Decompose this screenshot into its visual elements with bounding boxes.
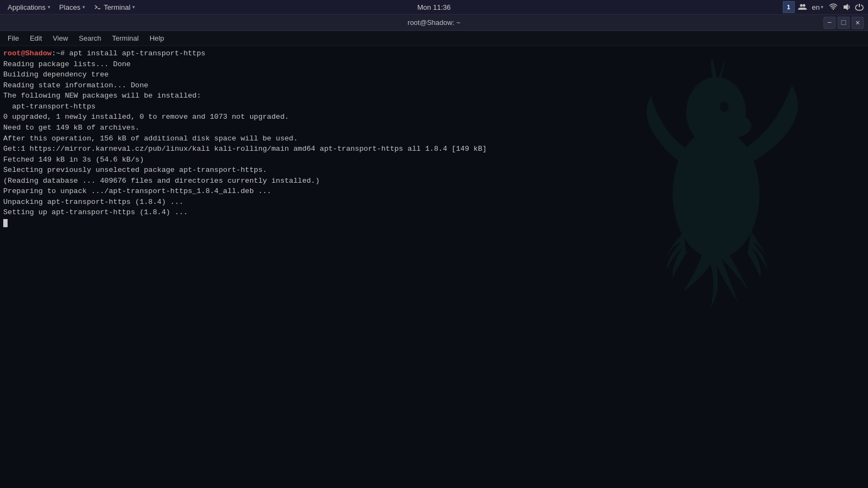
sound-icon[interactable] — [841, 2, 852, 12]
applications-arrow: ▾ — [48, 4, 50, 10]
users-icon[interactable] — [797, 2, 808, 12]
terminal-line: Selecting previously unselected package … — [3, 165, 865, 176]
window-controls: − □ ✕ — [824, 17, 868, 29]
menu-terminal[interactable]: Terminal — [107, 33, 144, 44]
menu-view[interactable]: View — [47, 33, 73, 44]
terminal-line: 0 upgraded, 1 newly installed, 0 to remo… — [3, 112, 865, 123]
terminal-arrow: ▾ — [132, 4, 135, 10]
terminal-window: root@Shadow: ~ − □ ✕ File Edit View Sear… — [0, 15, 868, 488]
terminal-cursor — [3, 219, 8, 227]
terminal-line: Building dependency tree — [3, 69, 865, 80]
system-clock: Mon 11:36 — [417, 3, 450, 11]
language-selector[interactable]: en ▾ — [810, 2, 826, 12]
terminal-line: (Reading database ... 409676 files and d… — [3, 176, 865, 187]
terminal-prompt-host: root@Shadow — [3, 49, 52, 57]
menu-edit[interactable]: Edit — [24, 33, 47, 44]
terminal-menu-item[interactable]: Terminal ▾ — [90, 2, 139, 12]
terminal-line: root@Shadow:~# apt install apt-transport… — [3, 48, 865, 59]
terminal-line: Reading package lists... Done — [3, 59, 865, 70]
applications-menu[interactable]: Applications ▾ — [3, 2, 55, 12]
workspace-indicator[interactable]: 1 — [783, 1, 795, 13]
places-label: Places — [59, 3, 80, 11]
lang-arrow: ▾ — [821, 4, 824, 10]
terminal-line: Get:1 https://mirror.karneval.cz/pub/lin… — [3, 144, 865, 155]
maximize-button[interactable]: □ — [838, 17, 850, 29]
menu-file[interactable]: File — [2, 33, 24, 44]
terminal-line: After this operation, 156 kB of addition… — [3, 133, 865, 144]
system-bar: Applications ▾ Places ▾ Terminal ▾ Mon 1… — [0, 0, 868, 15]
minimize-button[interactable]: − — [824, 17, 835, 29]
users-svg — [798, 3, 807, 11]
terminal-line: Unpacking apt-transport-https (1.8.4) ..… — [3, 197, 865, 208]
terminal-label: Terminal — [104, 3, 130, 11]
terminal-line: Need to get 149 kB of archives. — [3, 123, 865, 133]
terminal-output: root@Shadow:~# apt install apt-transport… — [3, 48, 865, 229]
terminal-prompt-rest: :~# apt install apt-transport-https — [52, 49, 206, 57]
terminal-icon — [94, 3, 101, 11]
power-icon[interactable] — [854, 2, 865, 12]
svg-point-2 — [800, 4, 802, 7]
terminal-line: Setting up apt-transport-https (1.8.4) .… — [3, 207, 865, 218]
terminal-title: root@Shadow: ~ — [407, 18, 460, 27]
menu-help[interactable]: Help — [144, 33, 170, 44]
terminal-line — [3, 218, 865, 229]
wifi-icon[interactable] — [828, 2, 839, 12]
terminal-content[interactable]: root@Shadow:~# apt install apt-transport… — [0, 46, 868, 488]
terminal-line: The following NEW packages will be insta… — [3, 91, 865, 101]
close-button[interactable]: ✕ — [852, 17, 864, 29]
menu-search[interactable]: Search — [73, 33, 106, 44]
sys-bar-right: 1 en ▾ — [783, 1, 865, 13]
terminal-line: apt-transport-https — [3, 101, 865, 112]
terminal-menubar: File Edit View Search Terminal Help — [0, 31, 868, 46]
svg-marker-4 — [844, 4, 848, 10]
svg-point-3 — [802, 4, 805, 7]
terminal-line: Fetched 149 kB in 3s (54.6 kB/s) — [3, 155, 865, 165]
applications-label: Applications — [8, 3, 46, 11]
terminal-line: Preparing to unpack .../apt-transport-ht… — [3, 186, 865, 197]
sys-bar-left: Applications ▾ Places ▾ Terminal ▾ — [3, 2, 139, 12]
terminal-line: Reading state information... Done — [3, 80, 865, 91]
terminal-titlebar: root@Shadow: ~ − □ ✕ — [0, 15, 868, 31]
places-menu[interactable]: Places ▾ — [55, 2, 90, 12]
places-arrow: ▾ — [82, 4, 85, 10]
